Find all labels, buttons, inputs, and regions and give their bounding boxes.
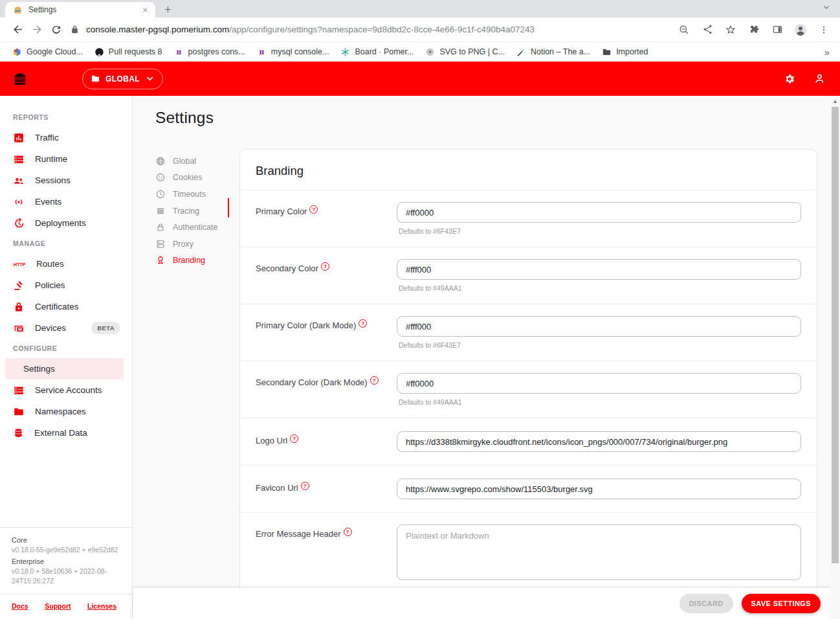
reload-icon[interactable]: [47, 20, 66, 39]
routes-icon: HTTP: [13, 258, 26, 271]
side-panel-icon[interactable]: [768, 20, 787, 39]
bookmark-star-icon[interactable]: [721, 20, 740, 39]
active-tab-indicator: [228, 198, 230, 218]
branding-badge-icon: [155, 255, 166, 265]
events-icon: [13, 196, 25, 208]
settings-tab-cookies[interactable]: Cookies: [155, 170, 228, 186]
footer-link-docs[interactable]: Docs: [12, 602, 28, 610]
sidebar-item-settings[interactable]: Settings: [5, 358, 124, 379]
profile-avatar[interactable]: [791, 20, 810, 39]
sidebar-item-policies[interactable]: Policies: [0, 275, 132, 296]
bookmark-notion-the-a[interactable]: Notion – The a...: [511, 45, 596, 59]
user-account-icon[interactable]: [813, 73, 826, 85]
settings-tab-authenticate[interactable]: Authenticate: [155, 219, 228, 236]
bookmark-pull-requests-8[interactable]: Pull requests 8: [89, 45, 168, 59]
bookmark-postgres-cons[interactable]: πpostgres cons...: [168, 45, 251, 59]
bookmark-google-cloud[interactable]: Google Cloud...: [6, 45, 89, 59]
secondary-color-dark-mode-input[interactable]: [397, 373, 801, 394]
scrollbar-thumb[interactable]: [832, 107, 839, 563]
sidebar-item-sessions[interactable]: Sessions: [0, 170, 132, 191]
browser-tab[interactable]: Settings: [5, 2, 155, 17]
footer-link-licenses[interactable]: Licenses: [87, 602, 116, 610]
extensions-icon[interactable]: [744, 20, 764, 39]
settings-tab-branding[interactable]: Branding: [155, 253, 228, 269]
back-icon[interactable]: [8, 20, 27, 39]
card-title: Branding: [240, 150, 817, 190]
auth-lock-icon: [155, 222, 166, 232]
share-icon[interactable]: [698, 20, 717, 39]
gray-badge-icon: [425, 47, 435, 57]
settings-tab-proxy[interactable]: Proxy: [155, 236, 228, 253]
tab-title: Settings: [28, 5, 134, 14]
page-title: Settings: [155, 109, 840, 127]
tab-search-chevron-icon[interactable]: [822, 3, 831, 12]
help-icon[interactable]: ?: [301, 482, 309, 490]
address-bar[interactable]: console.master-pgsql.pomerium.com/app/co…: [70, 25, 674, 34]
field-row-secondary-color-dark-mode: Secondary Color (Dark Mode)?Defaults to …: [240, 361, 817, 418]
settings-gear-icon[interactable]: [784, 73, 795, 85]
sidebar-item-label: Sessions: [35, 175, 71, 185]
primary-color-input[interactable]: [397, 202, 801, 223]
clock-icon: [155, 189, 166, 199]
bookmark-board-pomer[interactable]: Board · Pomer...: [335, 45, 419, 59]
zoom-indicator-icon[interactable]: [674, 20, 694, 39]
bookmark-label: Google Cloud...: [27, 47, 83, 56]
favicon-url-input[interactable]: [397, 478, 801, 499]
bookmark-mysql-console[interactable]: πmysql console...: [251, 45, 335, 59]
bookmark-svg-to-png-c[interactable]: SVG to PNG | C...: [419, 45, 511, 59]
bookmark-imported[interactable]: Imported: [596, 45, 654, 59]
settings-tab-tracing[interactable]: Tracing: [155, 203, 228, 219]
secondary-color-input[interactable]: [397, 259, 801, 280]
svg-text:π: π: [259, 48, 264, 56]
vertical-scrollbar[interactable]: ▲: [830, 96, 840, 619]
help-icon[interactable]: ?: [309, 205, 318, 214]
sidebar-item-namespaces[interactable]: Namespaces: [0, 401, 132, 422]
external-data-icon: [13, 427, 24, 438]
sidebar-item-deployments[interactable]: Deployments: [0, 212, 132, 234]
sidebar-item-runtime[interactable]: Runtime: [0, 148, 132, 170]
save-settings-button[interactable]: SAVE SETTINGS: [742, 594, 821, 613]
settings-nav: GlobalCookiesTimeoutsTracingAuthenticate…: [155, 149, 228, 269]
forward-icon[interactable]: [27, 20, 47, 39]
sessions-icon: [13, 175, 25, 186]
settings-tab-timeouts[interactable]: Timeouts: [155, 186, 228, 203]
sidebar-item-routes[interactable]: HTTPRoutes: [0, 253, 132, 275]
wand-icon: [516, 47, 526, 57]
help-icon[interactable]: ?: [321, 262, 329, 271]
sidebar-item-service-accounts[interactable]: Service Accounts: [0, 379, 132, 401]
primary-color-dark-mode-input[interactable]: [397, 316, 801, 337]
burger-logo-icon: [12, 71, 28, 87]
help-icon[interactable]: ?: [370, 376, 379, 385]
help-icon[interactable]: ?: [359, 319, 367, 328]
discard-button[interactable]: DISCARD: [680, 594, 733, 613]
svg-text:π: π: [176, 48, 181, 56]
pinwheel-icon: [340, 47, 350, 57]
help-icon[interactable]: ?: [344, 528, 352, 536]
sidebar-item-devices[interactable]: DevicesBETA: [0, 317, 132, 339]
logo-url-input[interactable]: [397, 431, 801, 452]
new-tab-button[interactable]: [159, 1, 176, 17]
runtime-icon: [13, 153, 25, 165]
sidebar-item-label: Namespaces: [35, 407, 86, 416]
branding-card: Branding Primary Color?Defaults to #6F43…: [239, 149, 817, 588]
footer-link-support[interactable]: Support: [45, 602, 71, 610]
sidebar-item-events[interactable]: Events: [0, 191, 132, 212]
tab-close-icon[interactable]: [140, 5, 150, 15]
burger-favicon-icon: [13, 5, 23, 15]
namespaces-icon: [13, 406, 25, 418]
help-icon[interactable]: ?: [290, 434, 298, 443]
sidebar-item-external-data[interactable]: External Data: [0, 422, 132, 444]
error-message-header-input[interactable]: [397, 524, 801, 580]
settings-tab-global[interactable]: Global: [155, 153, 228, 170]
traffic-icon: [13, 132, 25, 144]
field-row-error-message-header: Error Message Header?Can contain plain t…: [240, 513, 817, 588]
sidebar-section-reports: REPORTS: [0, 107, 132, 127]
menu-kebab-icon[interactable]: [814, 20, 834, 39]
sidebar-item-certificates[interactable]: Certificates: [0, 296, 132, 317]
sidebar-item-traffic[interactable]: Traffic: [0, 127, 132, 148]
scrollbar-up-arrow[interactable]: ▲: [830, 96, 840, 106]
field-row-logo-url: Logo Url?: [240, 418, 817, 466]
namespace-selector[interactable]: GLOBAL: [82, 69, 163, 89]
enterprise-version: v0.18.0 + 58e10636 + 2022-08-24T15:26:27…: [12, 567, 120, 586]
bookmarks-overflow-chevron[interactable]: »: [819, 47, 835, 58]
